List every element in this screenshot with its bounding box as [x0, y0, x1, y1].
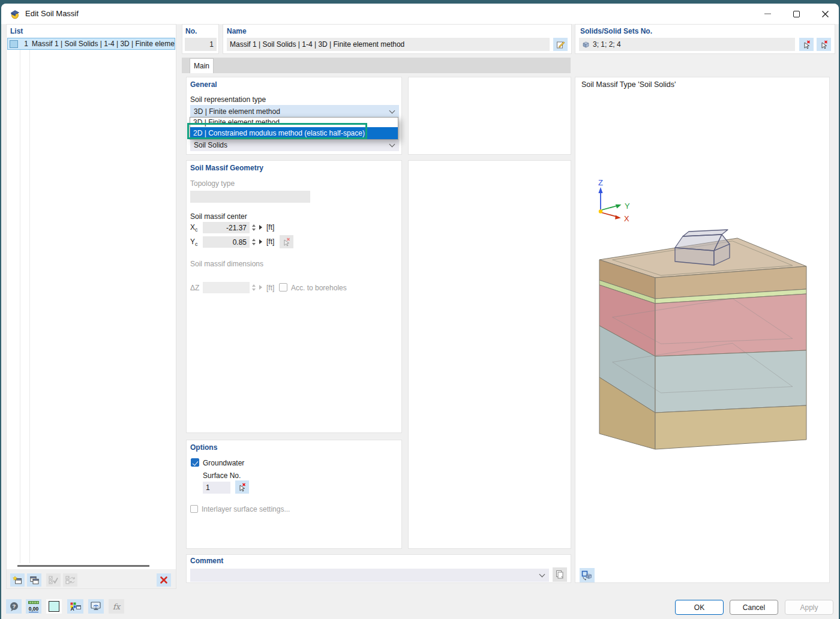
- comment-combo[interactable]: [190, 569, 549, 582]
- copy-comment-button[interactable]: [553, 567, 567, 582]
- apply-button: Apply: [785, 600, 833, 615]
- annotation-highlight-box: [187, 123, 367, 139]
- xc-expand-arrow[interactable]: [259, 225, 262, 230]
- acc-to-boreholes-label: Acc. to boreholes: [291, 284, 347, 292]
- list-column-divider: [20, 50, 20, 563]
- color-swatch-button[interactable]: [46, 599, 62, 614]
- y-axis-label: Y: [625, 202, 630, 211]
- soil-type-combo[interactable]: Soil Solids: [190, 139, 399, 151]
- copy-massif-button[interactable]: [27, 573, 41, 587]
- panel-empty-middle: [408, 160, 571, 549]
- solids-field-wrap: 3; 1; 2; 4: [579, 38, 795, 51]
- list-header: List: [10, 27, 23, 35]
- soil-massif-3d-view[interactable]: Z Y X: [575, 77, 829, 582]
- dz-spinner: [250, 282, 257, 293]
- pick-surface-button[interactable]: [235, 480, 249, 494]
- soil-representation-combo[interactable]: 3D | Finite element method: [190, 105, 399, 118]
- tab-main[interactable]: Main: [190, 58, 214, 73]
- monitor-icon: [91, 602, 101, 611]
- pencil-icon: [556, 40, 565, 49]
- yc-expand-arrow[interactable]: [259, 239, 262, 244]
- list-column-divider: [29, 50, 30, 563]
- cancel-button[interactable]: Cancel: [730, 600, 778, 615]
- solid-cube-icon: [582, 41, 590, 48]
- close-icon: [821, 10, 829, 18]
- dz-label: ΔZ: [190, 284, 199, 292]
- no-label: No.: [185, 27, 197, 35]
- options-section: Options Groundwater Surface No. Interlay…: [186, 440, 402, 549]
- select-solids-button[interactable]: [799, 38, 814, 51]
- surface-no-label: Surface No.: [203, 471, 241, 480]
- soil-massif-dimensions-label: Soil massif dimensions: [190, 260, 263, 268]
- copy-icon: [29, 576, 39, 585]
- select-all-button: [46, 573, 61, 587]
- units-icon: 0,00: [28, 601, 39, 612]
- color-swatch-icon: [49, 601, 59, 612]
- massif-color-swatch: [10, 40, 18, 48]
- pick-cursor-icon: [803, 40, 811, 49]
- name-input[interactable]: [230, 40, 547, 49]
- formula-button: fx: [109, 599, 124, 614]
- select-solid-sets-button[interactable]: [817, 38, 831, 51]
- new-icon: [13, 576, 22, 585]
- title-bar: Edit Soil Massif: [1, 4, 839, 24]
- dz-expand-arrow: [259, 285, 262, 290]
- groundwater-checkbox[interactable]: [191, 458, 199, 467]
- xc-input[interactable]: [206, 224, 247, 232]
- display-colors-icon: A: [70, 602, 81, 611]
- solids-label: Solids/Solid Sets No.: [580, 27, 652, 35]
- yc-field-wrap: [203, 236, 250, 248]
- new-massif-button[interactable]: [10, 573, 25, 587]
- help-button[interactable]: ?: [6, 599, 22, 614]
- name-field-wrap: [227, 38, 550, 51]
- yc-spinner[interactable]: [250, 236, 257, 248]
- axes-origin-dot: [599, 209, 602, 213]
- interlayer-settings-checkbox[interactable]: [190, 505, 198, 513]
- interlayer-settings-label: Interlayer surface settings...: [202, 505, 290, 513]
- dz-unit: [ft]: [266, 284, 274, 292]
- yc-input[interactable]: [206, 238, 247, 247]
- pick-cursor-icon: [820, 40, 828, 49]
- list-item-number: 1: [18, 40, 28, 48]
- tab-main-label: Main: [194, 62, 209, 70]
- pages-icon: [555, 570, 565, 579]
- options-title: Options: [190, 443, 217, 452]
- comment-title: Comment: [190, 557, 223, 565]
- surface-no-field-wrap: [203, 482, 230, 494]
- soil-representation-value: 3D | Finite element method: [194, 107, 280, 116]
- delete-massif-button[interactable]: [157, 573, 171, 587]
- chevron-down-icon: [389, 107, 395, 113]
- xc-spinner[interactable]: [250, 222, 257, 233]
- geometry-title: Soil Massif Geometry: [190, 164, 263, 172]
- acc-to-boreholes-checkbox[interactable]: [279, 283, 287, 292]
- name-panel: Name: [223, 24, 572, 54]
- list-item-massif-1[interactable]: 1 Massif 1 | Soil Solids | 1-4 | 3D | Fi…: [7, 38, 175, 50]
- maximize-button[interactable]: [782, 5, 810, 22]
- surface-no-input[interactable]: [206, 483, 227, 492]
- svg-text:?: ?: [12, 603, 16, 609]
- edit-soil-massif-dialog: Edit Soil Massif List 1 Massif 1 | Soil …: [1, 4, 839, 619]
- view-mode-button[interactable]: [580, 568, 595, 582]
- delete-icon: [160, 576, 168, 584]
- select-all-icon: [49, 576, 58, 585]
- ok-button[interactable]: OK: [675, 600, 724, 615]
- minimize-button: [754, 5, 781, 22]
- close-button[interactable]: [811, 5, 839, 22]
- topology-type-field: [190, 191, 310, 203]
- display-settings-button[interactable]: [88, 599, 104, 614]
- no-field: 1: [185, 38, 217, 51]
- list-panel: List 1 Massif 1 | Soil Solids | 1-4 | 3D…: [6, 24, 176, 589]
- pick-cursor-icon: [283, 238, 290, 247]
- soil-type-value: Soil Solids: [194, 141, 227, 149]
- yc-unit: [ft]: [266, 238, 274, 246]
- window-title: Edit Soil Massif: [25, 9, 79, 18]
- units-settings-button[interactable]: 0,00: [26, 599, 41, 614]
- tab-strip: Main: [182, 58, 571, 73]
- solids-value: 3; 1; 2; 4: [593, 40, 621, 49]
- chevron-down-icon: [389, 142, 395, 148]
- display-colors-button[interactable]: A: [67, 599, 83, 614]
- no-panel: No. 1: [182, 24, 219, 54]
- pick-center-button: [280, 235, 293, 248]
- horizontal-scrollbar[interactable]: [17, 565, 149, 567]
- edit-name-button[interactable]: [553, 38, 568, 51]
